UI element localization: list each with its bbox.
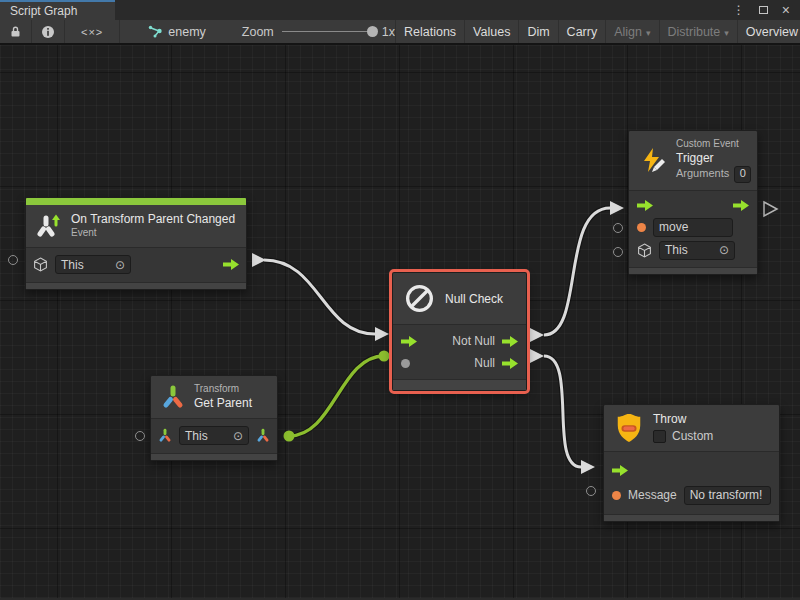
port-label-not-null: Not Null [452,334,495,348]
flow-port-unconnected [764,202,777,216]
custom-checkbox-label: Custom [672,429,713,444]
target-dropdown[interactable]: This ⊙ [55,255,131,274]
node-subtitle: Event [71,227,235,240]
transform-event-icon [36,213,62,239]
chevron-down-icon: ▾ [724,28,729,38]
arguments-stepper[interactable]: 0 [734,166,751,183]
info-button[interactable] [32,20,65,43]
zoom-slider-handle[interactable] [367,26,378,37]
overview-button[interactable]: Overview [737,20,800,43]
tab-title: Script Graph [10,4,77,18]
node-null-check[interactable]: Null Check Not Null Null [392,272,527,391]
relations-button[interactable]: Relations [395,20,464,43]
toolbar-buttons: Relations Values Dim Carry Align ▾ Distr… [395,20,800,43]
flow-output-port[interactable] [223,259,239,270]
graph-canvas[interactable]: On Transform Parent Changed Event This ⊙ [0,45,800,598]
object-picker-icon[interactable]: ⊙ [719,244,729,256]
wire-notnull-to-trigger [544,208,610,335]
transform-icon [161,384,185,410]
event-name-input[interactable]: move [653,218,733,237]
event-accent-bar [26,198,246,205]
value-input-port[interactable] [401,359,410,368]
value-port-circle[interactable] [613,223,623,233]
transform-output-port[interactable] [256,428,270,443]
value-port-circle[interactable] [135,431,145,441]
zoom-slider[interactable] [282,31,374,32]
node-title: Null Check [445,292,503,306]
graph-icon [148,25,163,38]
values-button[interactable]: Values [464,20,518,43]
maximize-icon[interactable] [759,6,768,14]
node-title: Trigger [676,151,751,166]
close-icon[interactable]: × [782,3,790,17]
value-port-circle[interactable] [586,486,596,496]
port-label-null: Null [474,356,495,370]
wire-event-to-nullcheck [264,260,375,334]
node-on-transform-parent-changed[interactable]: On Transform Parent Changed Event This ⊙ [25,197,247,290]
message-label: Message [628,488,677,502]
node-get-parent[interactable]: Transform Get Parent This ⊙ [150,375,278,461]
lock-icon [9,25,22,38]
gameobject-cube-icon [637,243,652,258]
node-throw[interactable]: Throw Custom Message No [603,404,780,522]
object-picker-icon[interactable]: ⊙ [115,259,125,271]
zoom-label: Zoom [242,25,274,39]
carry-button[interactable]: Carry [558,20,606,43]
null-check-icon [403,282,436,315]
chevron-down-icon: ▾ [646,28,651,38]
tab-bar: Script Graph ⋮ × [0,0,800,20]
node-category: Transform [194,383,252,396]
flow-output-port[interactable] [502,336,518,347]
distribute-button[interactable]: Distribute ▾ [659,20,737,43]
node-category: Custom Event [676,138,751,151]
value-input-port[interactable] [637,223,646,232]
custom-checkbox[interactable] [653,430,666,443]
arguments-label: Arguments [676,167,729,181]
flow-input-port[interactable] [612,465,628,476]
node-title: Throw [653,412,713,427]
value-port-circle[interactable] [613,247,623,257]
flow-output-port[interactable] [502,358,518,369]
dim-button[interactable]: Dim [518,20,557,43]
target-dropdown[interactable]: This ⊙ [659,241,735,260]
flow-input-port[interactable] [637,200,653,211]
wire-null-to-throw [544,356,581,467]
graph-toolbar: <×> enemy Zoom 1x Relations Values Dim C… [0,20,800,45]
target-dropdown[interactable]: This ⊙ [179,426,249,445]
object-picker-icon[interactable]: ⊙ [233,430,243,442]
graph-name: enemy [168,25,206,39]
node-title: Get Parent [194,396,252,411]
menu-icon[interactable]: ⋮ [733,4,745,16]
script-graph-window: Script Graph ⋮ × <×> [0,0,800,600]
graph-reference[interactable]: enemy [138,20,216,43]
lock-button[interactable] [0,20,32,43]
info-icon [41,25,55,39]
flow-output-port[interactable] [733,200,749,211]
code-icon: <×> [81,26,103,38]
transform-port-icon[interactable] [158,428,172,443]
tab-script-graph[interactable]: Script Graph [0,0,115,20]
value-port-circle[interactable] [8,255,18,265]
message-input[interactable]: No transform! [684,486,771,505]
window-controls: ⋮ × [733,0,800,20]
align-button[interactable]: Align ▾ [605,20,658,43]
preferences-button[interactable]: <×> [65,20,120,43]
node-title: On Transform Parent Changed [71,212,235,227]
custom-event-icon [639,146,667,174]
throw-error-icon [614,412,644,444]
gameobject-cube-icon [33,257,48,272]
flow-input-port[interactable] [401,336,417,347]
zoom-control: Zoom 1x [242,20,395,43]
wire-getparent-to-nullcheck [289,356,384,436]
value-input-port[interactable] [612,491,621,500]
zoom-value: 1x [382,25,395,39]
node-trigger-custom-event[interactable]: Custom Event Trigger Arguments 0 [628,130,758,275]
